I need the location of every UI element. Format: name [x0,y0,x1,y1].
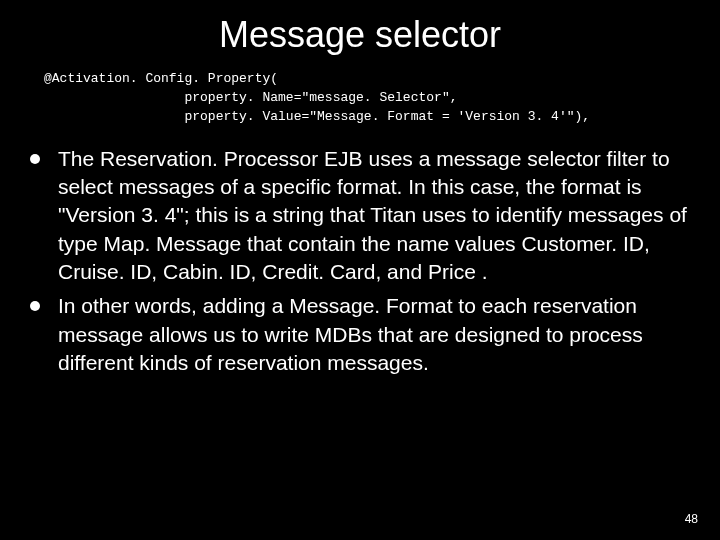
code-line-2: property. Name="message. Selector", [184,90,457,105]
code-line-3: property. Value="Message. Format = 'Vers… [184,109,590,124]
slide: Message selector @Activation. Config. Pr… [0,0,720,540]
bullet-text: The Reservation. Processor EJB uses a me… [58,145,696,287]
bullet-icon [30,154,40,164]
page-number: 48 [685,512,698,526]
list-item: In other words, adding a Message. Format… [30,292,696,377]
bullet-text: In other words, adding a Message. Format… [58,292,696,377]
code-block: @Activation. Config. Property( property.… [44,70,720,127]
bullet-icon [30,301,40,311]
bullet-list: The Reservation. Processor EJB uses a me… [0,145,720,378]
code-line-1: @Activation. Config. Property( [44,71,278,86]
slide-title: Message selector [0,0,720,64]
list-item: The Reservation. Processor EJB uses a me… [30,145,696,287]
